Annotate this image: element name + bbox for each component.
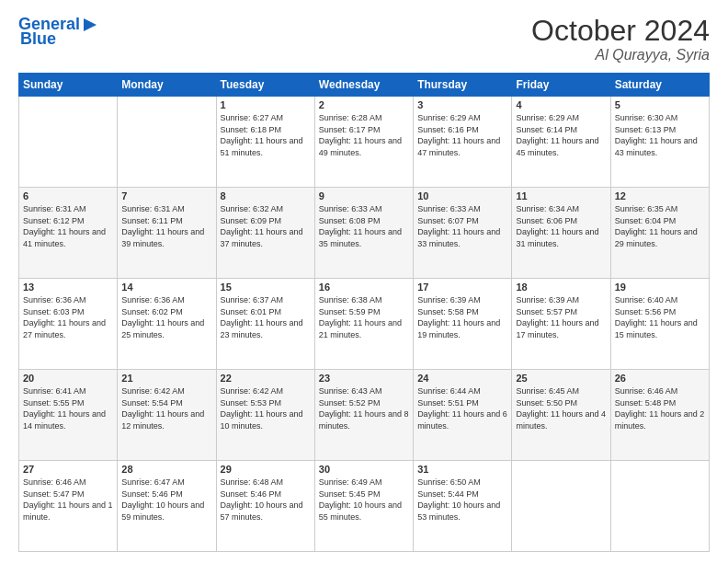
day-info: Sunrise: 6:29 AMSunset: 6:14 PMDaylight:… xyxy=(516,113,598,157)
day-info: Sunrise: 6:30 AMSunset: 6:13 PMDaylight:… xyxy=(615,113,698,157)
day-info: Sunrise: 6:47 AMSunset: 5:46 PMDaylight:… xyxy=(121,477,204,522)
day-info: Sunrise: 6:39 AMSunset: 5:58 PMDaylight:… xyxy=(417,295,500,339)
day-info: Sunrise: 6:32 AMSunset: 6:09 PMDaylight:… xyxy=(221,204,303,248)
day-number: 24 xyxy=(417,373,507,384)
col-monday: Monday xyxy=(118,74,216,97)
day-info: Sunrise: 6:34 AMSunset: 6:06 PMDaylight:… xyxy=(516,204,598,248)
title-block: October 2024 Al Qurayya, Syria xyxy=(531,15,710,63)
day-number: 29 xyxy=(221,464,311,475)
col-thursday: Thursday xyxy=(414,74,512,97)
calendar-cell: 18Sunrise: 6:39 AMSunset: 5:57 PMDayligh… xyxy=(512,279,610,370)
page: General Blue October 2024 Al Qurayya, Sy… xyxy=(0,0,728,563)
day-number: 18 xyxy=(516,282,606,293)
day-info: Sunrise: 6:46 AMSunset: 5:48 PMDaylight:… xyxy=(615,386,705,431)
calendar-cell: 11Sunrise: 6:34 AMSunset: 6:06 PMDayligh… xyxy=(512,188,610,279)
logo-blue: Blue xyxy=(20,29,56,48)
logo-icon xyxy=(80,15,100,35)
day-info: Sunrise: 6:49 AMSunset: 5:45 PMDaylight:… xyxy=(319,477,402,522)
day-info: Sunrise: 6:42 AMSunset: 5:53 PMDaylight:… xyxy=(221,386,303,431)
day-number: 4 xyxy=(516,99,606,110)
day-number: 3 xyxy=(417,99,507,110)
calendar-cell xyxy=(118,97,216,188)
day-number: 23 xyxy=(319,373,409,384)
calendar-cell: 8Sunrise: 6:32 AMSunset: 6:09 PMDaylight… xyxy=(216,188,314,279)
day-number: 1 xyxy=(221,99,311,110)
calendar-cell xyxy=(512,461,610,552)
day-number: 14 xyxy=(121,282,211,293)
location-title: Al Qurayya, Syria xyxy=(531,47,710,63)
day-info: Sunrise: 6:31 AMSunset: 6:11 PMDaylight:… xyxy=(121,204,204,248)
day-number: 20 xyxy=(23,373,113,384)
svg-marker-0 xyxy=(84,18,97,31)
day-info: Sunrise: 6:43 AMSunset: 5:52 PMDaylight:… xyxy=(319,386,409,431)
day-info: Sunrise: 6:50 AMSunset: 5:44 PMDaylight:… xyxy=(417,477,500,522)
calendar-week-5: 27Sunrise: 6:46 AMSunset: 5:47 PMDayligh… xyxy=(19,461,710,552)
calendar-cell: 12Sunrise: 6:35 AMSunset: 6:04 PMDayligh… xyxy=(610,188,709,279)
calendar-cell: 20Sunrise: 6:41 AMSunset: 5:55 PMDayligh… xyxy=(19,370,118,461)
day-info: Sunrise: 6:40 AMSunset: 5:56 PMDaylight:… xyxy=(615,295,698,339)
calendar-cell xyxy=(610,461,709,552)
calendar-cell: 28Sunrise: 6:47 AMSunset: 5:46 PMDayligh… xyxy=(118,461,216,552)
calendar-cell: 24Sunrise: 6:44 AMSunset: 5:51 PMDayligh… xyxy=(414,370,512,461)
day-info: Sunrise: 6:41 AMSunset: 5:55 PMDaylight:… xyxy=(23,386,106,431)
day-number: 10 xyxy=(417,190,507,201)
day-number: 8 xyxy=(221,190,311,201)
col-wednesday: Wednesday xyxy=(314,74,413,97)
col-saturday: Saturday xyxy=(610,74,709,97)
calendar-week-1: 1Sunrise: 6:27 AMSunset: 6:18 PMDaylight… xyxy=(19,97,710,188)
calendar-cell: 16Sunrise: 6:38 AMSunset: 5:59 PMDayligh… xyxy=(314,279,413,370)
calendar-week-2: 6Sunrise: 6:31 AMSunset: 6:12 PMDaylight… xyxy=(19,188,710,279)
col-friday: Friday xyxy=(512,74,610,97)
calendar-cell: 3Sunrise: 6:29 AMSunset: 6:16 PMDaylight… xyxy=(414,97,512,188)
day-info: Sunrise: 6:38 AMSunset: 5:59 PMDaylight:… xyxy=(319,295,402,339)
day-number: 28 xyxy=(121,464,211,475)
day-number: 16 xyxy=(319,282,409,293)
day-info: Sunrise: 6:33 AMSunset: 6:08 PMDaylight:… xyxy=(319,204,402,248)
day-info: Sunrise: 6:36 AMSunset: 6:03 PMDaylight:… xyxy=(23,295,106,339)
calendar-header-row: Sunday Monday Tuesday Wednesday Thursday… xyxy=(19,74,710,97)
day-number: 19 xyxy=(615,282,705,293)
day-info: Sunrise: 6:36 AMSunset: 6:02 PMDaylight:… xyxy=(121,295,204,339)
calendar-cell: 10Sunrise: 6:33 AMSunset: 6:07 PMDayligh… xyxy=(414,188,512,279)
day-number: 7 xyxy=(121,190,211,201)
calendar-cell: 23Sunrise: 6:43 AMSunset: 5:52 PMDayligh… xyxy=(314,370,413,461)
calendar-cell: 15Sunrise: 6:37 AMSunset: 6:01 PMDayligh… xyxy=(216,279,314,370)
calendar-cell: 25Sunrise: 6:45 AMSunset: 5:50 PMDayligh… xyxy=(512,370,610,461)
calendar-cell: 1Sunrise: 6:27 AMSunset: 6:18 PMDaylight… xyxy=(216,97,314,188)
day-info: Sunrise: 6:44 AMSunset: 5:51 PMDaylight:… xyxy=(417,386,507,431)
calendar-cell: 4Sunrise: 6:29 AMSunset: 6:14 PMDaylight… xyxy=(512,97,610,188)
calendar-cell: 29Sunrise: 6:48 AMSunset: 5:46 PMDayligh… xyxy=(216,461,314,552)
day-number: 22 xyxy=(221,373,311,384)
day-number: 5 xyxy=(615,99,705,110)
day-info: Sunrise: 6:28 AMSunset: 6:17 PMDaylight:… xyxy=(319,113,402,157)
day-info: Sunrise: 6:27 AMSunset: 6:18 PMDaylight:… xyxy=(221,113,303,157)
day-info: Sunrise: 6:46 AMSunset: 5:47 PMDaylight:… xyxy=(23,477,113,522)
header: General Blue October 2024 Al Qurayya, Sy… xyxy=(18,15,710,63)
calendar-cell xyxy=(19,97,118,188)
calendar-week-3: 13Sunrise: 6:36 AMSunset: 6:03 PMDayligh… xyxy=(19,279,710,370)
calendar-cell: 21Sunrise: 6:42 AMSunset: 5:54 PMDayligh… xyxy=(118,370,216,461)
day-number: 21 xyxy=(121,373,211,384)
calendar-cell: 5Sunrise: 6:30 AMSunset: 6:13 PMDaylight… xyxy=(610,97,709,188)
calendar-cell: 2Sunrise: 6:28 AMSunset: 6:17 PMDaylight… xyxy=(314,97,413,188)
day-info: Sunrise: 6:48 AMSunset: 5:46 PMDaylight:… xyxy=(221,477,303,522)
calendar-cell: 14Sunrise: 6:36 AMSunset: 6:02 PMDayligh… xyxy=(118,279,216,370)
calendar-cell: 17Sunrise: 6:39 AMSunset: 5:58 PMDayligh… xyxy=(414,279,512,370)
day-number: 13 xyxy=(23,282,113,293)
col-tuesday: Tuesday xyxy=(216,74,314,97)
logo: General Blue xyxy=(18,15,100,49)
day-info: Sunrise: 6:45 AMSunset: 5:50 PMDaylight:… xyxy=(516,386,606,431)
calendar-cell: 13Sunrise: 6:36 AMSunset: 6:03 PMDayligh… xyxy=(19,279,118,370)
day-number: 26 xyxy=(615,373,705,384)
day-number: 27 xyxy=(23,464,113,475)
day-number: 6 xyxy=(23,190,113,201)
day-number: 31 xyxy=(417,464,507,475)
calendar-cell: 19Sunrise: 6:40 AMSunset: 5:56 PMDayligh… xyxy=(610,279,709,370)
day-number: 15 xyxy=(221,282,311,293)
calendar-cell: 7Sunrise: 6:31 AMSunset: 6:11 PMDaylight… xyxy=(118,188,216,279)
day-number: 25 xyxy=(516,373,606,384)
day-info: Sunrise: 6:35 AMSunset: 6:04 PMDaylight:… xyxy=(615,204,698,248)
day-number: 2 xyxy=(319,99,409,110)
calendar-cell: 27Sunrise: 6:46 AMSunset: 5:47 PMDayligh… xyxy=(19,461,118,552)
day-info: Sunrise: 6:42 AMSunset: 5:54 PMDaylight:… xyxy=(121,386,204,431)
